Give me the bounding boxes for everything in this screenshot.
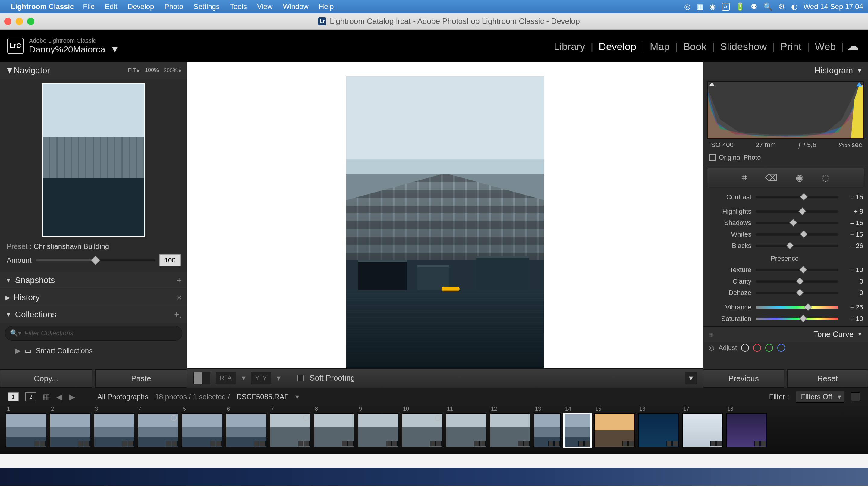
filmstrip-thumb[interactable]: 13 <box>534 413 561 447</box>
checkbox-icon[interactable] <box>709 154 716 161</box>
siri-icon[interactable]: ◐ <box>791 2 797 11</box>
reset-button[interactable]: Reset <box>787 369 868 388</box>
masking-tool-icon[interactable]: ◌ <box>822 172 829 183</box>
navigator-header[interactable]: ▼ Navigator FIT ▸ 100% 300% ▸ <box>0 62 187 79</box>
menubar-clock[interactable]: Wed 14 Sep 17.04 <box>804 2 863 11</box>
module-print[interactable]: Print <box>775 41 807 52</box>
dehaze-value[interactable]: 0 <box>843 289 863 297</box>
whites-clip-icon[interactable] <box>856 82 862 86</box>
zoom-fit[interactable]: FIT ▸ <box>128 67 140 74</box>
previous-button[interactable]: Previous <box>703 369 784 388</box>
menu-develop[interactable]: Develop <box>127 2 154 11</box>
add-snapshot-button[interactable]: + <box>176 275 182 285</box>
navigator-thumbnail[interactable] <box>42 83 145 237</box>
disclosure-triangle-icon[interactable]: ▶ <box>5 294 10 301</box>
filmstrip-thumb[interactable]: 12 <box>490 413 530 447</box>
clear-history-button[interactable]: × <box>176 292 182 303</box>
window-close-button[interactable] <box>4 18 11 25</box>
amount-slider[interactable] <box>36 259 155 261</box>
module-map[interactable]: Map <box>644 41 675 52</box>
grid-view-icon[interactable]: ▦ <box>43 393 50 401</box>
dropdown-icon[interactable]: ▾ <box>242 373 246 383</box>
nav-back-icon[interactable]: ◀ <box>56 392 62 402</box>
nav-forward-icon[interactable]: ▶ <box>69 392 75 402</box>
blacks-clip-icon[interactable] <box>709 82 715 86</box>
collections-header[interactable]: ▼ Collections +. <box>0 306 187 323</box>
current-filename[interactable]: DSCF5085.RAF <box>236 393 289 401</box>
main-display-button[interactable]: 1 <box>8 392 19 401</box>
toolbar-options-dropdown[interactable]: ▾ <box>685 372 697 384</box>
control-center-icon[interactable]: ⚙ <box>779 2 785 11</box>
soft-proofing-checkbox[interactable] <box>297 375 304 381</box>
vibrance-value[interactable]: + 25 <box>843 303 863 311</box>
texture-slider[interactable] <box>756 269 839 271</box>
menu-photo[interactable]: Photo <box>164 2 183 11</box>
crop-tool-icon[interactable]: ⌗ <box>742 172 747 183</box>
curve-channel-red[interactable] <box>753 344 761 352</box>
vibrance-slider[interactable] <box>756 306 839 308</box>
paste-button[interactable]: Paste <box>95 369 187 388</box>
disclosure-triangle-icon[interactable]: ▼ <box>5 66 14 75</box>
menu-help[interactable]: Help <box>319 2 334 11</box>
filmstrip[interactable]: 123456789101112131415161718 <box>0 406 868 454</box>
filmstrip-thumb[interactable]: 2 <box>50 413 90 447</box>
dropdown-icon[interactable]: ▾ <box>295 393 299 401</box>
whites-slider[interactable] <box>756 233 839 236</box>
contrast-value[interactable]: + 15 <box>843 193 863 201</box>
saturation-value[interactable]: + 10 <box>843 315 863 323</box>
main-photo[interactable] <box>346 76 544 373</box>
curve-channel-green[interactable] <box>765 344 773 352</box>
module-develop[interactable]: Develop <box>593 41 641 52</box>
highlights-value[interactable]: + 8 <box>843 208 863 216</box>
module-slideshow[interactable]: Slideshow <box>714 41 772 52</box>
filmstrip-thumb[interactable]: 10 <box>402 413 442 447</box>
window-zoom-button[interactable] <box>27 18 34 25</box>
wifi-icon[interactable]: ⚉ <box>751 2 757 11</box>
history-header[interactable]: ▶ History × <box>0 289 187 306</box>
filmstrip-thumb[interactable]: 16 <box>638 413 679 447</box>
filter-lock-toggle[interactable] <box>851 392 860 401</box>
loupe-view-toggle[interactable] <box>194 372 210 384</box>
cloud-sync-icon[interactable]: ☁ <box>847 39 859 53</box>
texture-value[interactable]: + 10 <box>843 266 863 274</box>
clarity-value[interactable]: 0 <box>843 278 863 285</box>
menu-window[interactable]: Window <box>283 2 309 11</box>
disclosure-triangle-icon[interactable]: ▼ <box>5 311 11 318</box>
blacks-slider[interactable] <box>756 245 839 247</box>
menu-edit[interactable]: Edit <box>105 2 117 11</box>
histogram-graph[interactable] <box>707 81 864 138</box>
filmstrip-thumb[interactable]: 15 <box>594 413 635 447</box>
before-after-seg2[interactable]: Y|Y <box>251 372 271 384</box>
menu-tools[interactable]: Tools <box>230 2 247 11</box>
filmstrip-thumb[interactable]: 7 <box>270 413 310 447</box>
filmstrip-thumb[interactable]: 3 <box>94 413 134 447</box>
contrast-slider[interactable] <box>756 196 839 198</box>
module-book[interactable]: Book <box>678 41 712 52</box>
healing-tool-icon[interactable]: ⌫ <box>765 172 778 183</box>
cc-status-icon[interactable]: ◎ <box>684 2 690 11</box>
smart-collections-item[interactable]: ▶ ▭ Smart Collections <box>0 343 187 361</box>
curve-channel-rgb[interactable] <box>741 344 749 352</box>
add-collection-button[interactable]: +. <box>174 309 182 320</box>
filmstrip-thumb[interactable]: 4 <box>138 413 179 447</box>
spotlight-icon[interactable]: 🔍 <box>763 2 772 11</box>
highlights-slider[interactable] <box>756 210 839 213</box>
secondary-display-button[interactable]: 2 <box>25 392 36 401</box>
dropdown-icon[interactable]: ▾ <box>277 373 281 383</box>
window-minimize-button[interactable] <box>16 18 23 25</box>
whites-value[interactable]: + 15 <box>843 231 863 238</box>
amount-input[interactable]: 100 <box>159 254 181 266</box>
disclosure-triangle-icon[interactable]: ▶ <box>15 346 21 355</box>
menubar-icon[interactable]: ▥ <box>697 2 704 11</box>
filmstrip-thumb[interactable]: 5 <box>182 413 222 447</box>
filmstrip-thumb[interactable]: 6 <box>226 413 266 447</box>
identity-plate[interactable]: Adobe Lightroom Classic Danny%20Maiorca … <box>29 37 119 54</box>
curve-channel-blue[interactable] <box>777 344 785 352</box>
disclosure-triangle-icon[interactable]: ▼ <box>5 277 11 284</box>
filmstrip-thumb[interactable]: 8 <box>314 413 354 447</box>
clarity-slider[interactable] <box>756 280 839 283</box>
shadows-slider[interactable] <box>756 222 839 224</box>
menubar-app-name[interactable]: Lightroom Classic <box>11 2 74 11</box>
develop-canvas[interactable]: R|A ▾ Y|Y ▾ Soft Proofing ▾ <box>187 62 703 388</box>
zoom-100[interactable]: 100% <box>145 67 159 74</box>
